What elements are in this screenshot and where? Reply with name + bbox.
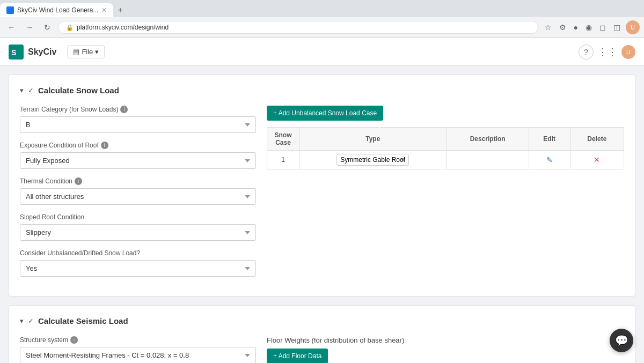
floor-weights-label: Floor Weights (for distribution of base … — [267, 336, 624, 344]
delete-cell: ✕ — [570, 151, 624, 169]
address-bar[interactable]: 🔒 platform.skyciv.com/design/wind — [58, 21, 538, 34]
nav-forward-button[interactable]: → — [23, 21, 36, 34]
seismic-left-col: Structure system i Steel Moment-Resistin… — [20, 336, 256, 363]
terrain-info-icon[interactable]: i — [120, 106, 128, 113]
tab-bar: SkyCiv Wind Load Genera... ✕ + — [0, 0, 644, 17]
thermal-condition-group: Thermal Condition i All other structures… — [20, 177, 256, 205]
user-avatar[interactable]: U — [621, 45, 635, 59]
delete-row-button[interactable]: ✕ — [594, 155, 600, 164]
sloped-roof-select[interactable]: Slippery Non-slippery — [20, 224, 256, 241]
snow-collapse-icon[interactable]: ▾ — [20, 86, 24, 94]
browser-chrome: SkyCiv Wind Load Genera... ✕ + ← → ↻ 🔒 p… — [0, 0, 644, 38]
exposure-info-icon[interactable]: i — [101, 142, 108, 149]
table-row: 1 Symmetric Gable Roof ✎ ✕ — [267, 151, 624, 169]
seismic-load-section: ▾ ✓ Calculate Seismic Load Structure sys… — [9, 305, 635, 363]
extension-icon-4[interactable]: ◻ — [597, 21, 608, 34]
type-header: Type — [299, 128, 447, 151]
terrain-category-select[interactable]: B A C D — [20, 116, 256, 133]
description-header: Description — [447, 128, 529, 151]
apps-grid-button[interactable]: ⋮⋮ — [600, 45, 615, 60]
structure-system-label: Structure system i — [20, 336, 256, 344]
seismic-collapse-icon[interactable]: ▾ — [20, 317, 24, 325]
apps-grid-icon: ⋮⋮ — [598, 46, 617, 58]
exposure-condition-group: Exposure Condition of Roof i Fully Expos… — [20, 142, 256, 169]
file-menu-chevron: ▾ — [95, 48, 99, 56]
extension-icon-3[interactable]: ◉ — [583, 21, 594, 34]
exposure-label: Exposure Condition of Roof i — [20, 142, 256, 149]
help-button[interactable]: ? — [579, 45, 594, 60]
chat-bubble-button[interactable]: 💬 — [610, 329, 633, 352]
type-cell: Symmetric Gable Roof — [299, 151, 447, 169]
seismic-right-col: Floor Weights (for distribution of base … — [267, 336, 624, 363]
header-right: ? ⋮⋮ U — [579, 45, 635, 60]
add-tab-button[interactable]: + — [113, 3, 127, 17]
file-menu-button[interactable]: ▤ File ▾ — [67, 45, 105, 58]
seismic-content: Structure system i Steel Moment-Resistin… — [20, 336, 624, 363]
file-icon: ▤ — [73, 48, 79, 56]
extension-icon-5[interactable]: ◫ — [611, 21, 623, 34]
description-cell — [447, 151, 529, 169]
add-snow-case-button[interactable]: + Add Unbalanced Snow Load Case — [267, 106, 383, 121]
structure-system-info-icon[interactable]: i — [70, 336, 78, 344]
unbalanced-snow-group: Consider Unbalanced/Drifted Snow Load? Y… — [20, 249, 256, 277]
seismic-load-header: ▾ ✓ Calculate Seismic Load — [20, 316, 624, 325]
sloped-roof-label: Sloped Roof Condition — [20, 213, 256, 221]
thermal-label: Thermal Condition i — [20, 177, 256, 185]
exposure-condition-select[interactable]: Fully Exposed Partially Exposed Sheltere… — [20, 152, 256, 169]
app-logo: S SkyCiv — [9, 45, 56, 60]
nav-refresh-button[interactable]: ↻ — [41, 21, 54, 34]
svg-text:S: S — [11, 48, 16, 57]
unbalanced-snow-select[interactable]: Yes No — [20, 260, 256, 277]
seismic-section-title: Calculate Seismic Load — [38, 316, 128, 325]
terrain-category-group: Terrain Category (for Snow Loads) i B A … — [20, 106, 256, 133]
type-select[interactable]: Symmetric Gable Roof — [336, 154, 409, 166]
browser-toolbar: ← → ↻ 🔒 platform.skyciv.com/design/wind … — [0, 17, 644, 38]
skyciv-logo-icon: S — [9, 45, 24, 60]
nav-back-button[interactable]: ← — [4, 21, 18, 34]
help-icon: ? — [584, 48, 588, 56]
file-menu-label: File — [82, 48, 93, 56]
snow-right-col: + Add Unbalanced Snow Load Case SnowCase… — [267, 106, 624, 285]
extension-icon-2[interactable]: ● — [572, 21, 580, 34]
active-tab[interactable]: SkyCiv Wind Load Genera... ✕ — [0, 3, 113, 17]
snow-case-header: SnowCase — [267, 128, 299, 151]
structure-system-select[interactable]: Steel Moment-Resisting Frames - Ct = 0.0… — [20, 347, 256, 363]
extension-icon-1[interactable]: ⚙ — [557, 21, 568, 34]
thermal-info-icon[interactable]: i — [75, 177, 82, 185]
sloped-roof-group: Sloped Roof Condition Slippery Non-slipp… — [20, 213, 256, 241]
tab-favicon — [6, 6, 14, 14]
tab-title: SkyCiv Wind Load Genera... — [17, 6, 98, 14]
unbalanced-label: Consider Unbalanced/Drifted Snow Load? — [20, 249, 256, 257]
seismic-check-icon[interactable]: ✓ — [28, 317, 34, 325]
snow-left-col: Terrain Category (for Snow Loads) i B A … — [20, 106, 256, 285]
app-name: SkyCiv — [28, 47, 56, 57]
add-floor-data-button[interactable]: + Add Floor Data — [267, 349, 328, 363]
delete-header: Delete — [570, 128, 624, 151]
snow-check-icon[interactable]: ✓ — [28, 86, 34, 94]
main-content: ▾ ✓ Calculate Snow Load Terrain Category… — [0, 66, 644, 363]
edit-row-button[interactable]: ✎ — [546, 155, 553, 164]
snow-load-header: ▾ ✓ Calculate Snow Load — [20, 86, 624, 95]
chat-icon: 💬 — [615, 334, 628, 347]
snow-load-section: ▾ ✓ Calculate Snow Load Terrain Category… — [9, 75, 635, 297]
edit-header: Edit — [529, 128, 570, 151]
edit-cell: ✎ — [529, 151, 570, 169]
app-header: S SkyCiv ▤ File ▾ ? ⋮⋮ U — [0, 38, 644, 66]
url-text: platform.skyciv.com/design/wind — [77, 24, 169, 31]
snow-cases-table: SnowCase Type Description Edit Delete 1 — [267, 127, 624, 169]
snow-content: Terrain Category (for Snow Loads) i B A … — [20, 106, 624, 285]
terrain-label: Terrain Category (for Snow Loads) i — [20, 106, 256, 113]
structure-system-group: Structure system i Steel Moment-Resistin… — [20, 336, 256, 363]
bookmark-icon[interactable]: ☆ — [543, 21, 554, 34]
snow-case-cell: 1 — [267, 151, 299, 169]
close-tab-icon[interactable]: ✕ — [101, 6, 107, 14]
lock-icon: 🔒 — [66, 24, 74, 31]
thermal-condition-select[interactable]: All other structures Heated structures U… — [20, 188, 256, 205]
toolbar-actions: ☆ ⚙ ● ◉ ◻ ◫ U — [543, 20, 640, 34]
browser-avatar[interactable]: U — [626, 20, 640, 34]
snow-section-title: Calculate Snow Load — [38, 86, 119, 95]
